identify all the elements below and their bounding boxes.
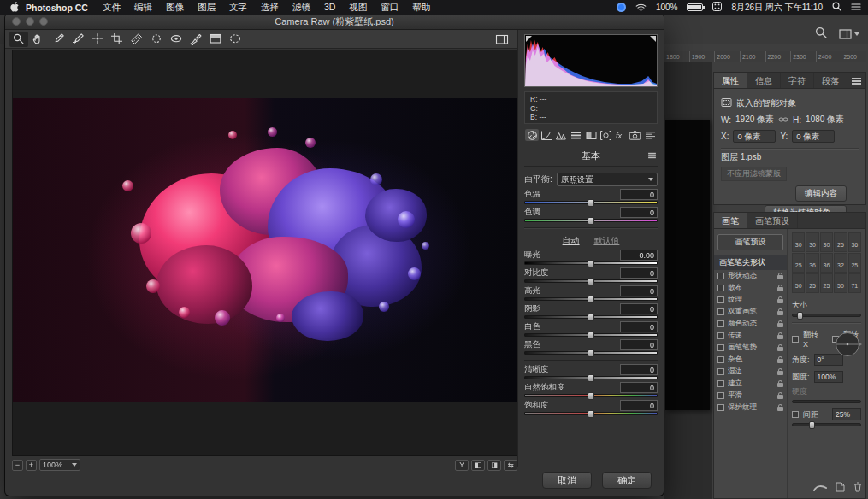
- ps-search-icon[interactable]: [815, 26, 827, 42]
- panel-tab[interactable]: 属性: [714, 73, 747, 88]
- brush-option-checkbox[interactable]: [717, 404, 724, 411]
- default-link[interactable]: 默认值: [593, 236, 619, 245]
- wifi-icon[interactable]: [635, 3, 647, 13]
- radial-filter-tool-icon[interactable]: [226, 32, 245, 47]
- spotlight-search-icon[interactable]: [832, 2, 841, 13]
- ps-workspace-icon[interactable]: [839, 29, 859, 39]
- menu-item[interactable]: 图像: [159, 2, 191, 14]
- close-button[interactable]: [12, 17, 21, 26]
- zoom-tool-icon[interactable]: [9, 32, 28, 47]
- panel-tab[interactable]: 段落: [814, 73, 847, 88]
- menu-item[interactable]: 文件: [96, 2, 127, 14]
- panel-tab[interactable]: 字符: [781, 73, 814, 88]
- white-balance-tool-icon[interactable]: [49, 32, 68, 47]
- spacing-thumb[interactable]: [809, 421, 815, 429]
- brush-option-checkbox[interactable]: [717, 356, 724, 363]
- hardness-slider[interactable]: [792, 400, 861, 403]
- tab-detail-icon[interactable]: [555, 129, 569, 141]
- slider-value-field[interactable]: 0: [620, 285, 658, 296]
- menu-item[interactable]: 滤镜: [286, 2, 317, 14]
- slider-track[interactable]: [524, 351, 658, 355]
- lock-icon[interactable]: [777, 359, 783, 363]
- y-field[interactable]: 0 像素: [792, 130, 835, 143]
- tab-split-toning-icon[interactable]: [584, 129, 598, 141]
- lock-icon[interactable]: [777, 383, 783, 387]
- split-view-vertical-button[interactable]: ◧: [471, 460, 485, 471]
- fullscreen-toggle-icon[interactable]: [493, 32, 511, 47]
- height-value[interactable]: 1080 像素: [806, 114, 844, 126]
- slider-thumb[interactable]: [588, 217, 594, 225]
- brush-option-checkbox[interactable]: [717, 296, 724, 303]
- menubar-datetime[interactable]: 8月26日 周六 下午11:10: [731, 2, 823, 14]
- brush-tip-cell[interactable]: 36: [806, 253, 818, 273]
- preview-image[interactable]: [13, 98, 517, 402]
- flip-x-checkbox[interactable]: [792, 336, 799, 343]
- brush-tip-cell[interactable]: 36: [820, 253, 833, 273]
- brush-option-row[interactable]: 杂色: [714, 354, 787, 366]
- split-view-horizontal-button[interactable]: ◨: [487, 460, 501, 471]
- tab-camera-calibration-icon[interactable]: [629, 129, 642, 141]
- brush-tip-cell[interactable]: 50: [834, 273, 847, 293]
- brush-tip-cell[interactable]: 50: [792, 273, 805, 293]
- slider-thumb[interactable]: [588, 374, 594, 382]
- shadow-clipping-indicator[interactable]: [526, 36, 532, 42]
- new-brush-icon[interactable]: [836, 480, 845, 496]
- slider-track[interactable]: [524, 333, 658, 337]
- roundness-field[interactable]: 100%: [814, 371, 843, 383]
- edit-contents-button[interactable]: 编辑内容: [795, 185, 847, 202]
- brush-option-row[interactable]: 湿边: [714, 366, 787, 378]
- camera-raw-preview[interactable]: [12, 50, 517, 456]
- menu-item[interactable]: 文字: [222, 2, 254, 14]
- ok-button[interactable]: 确定: [602, 472, 652, 489]
- auto-link[interactable]: 自动: [563, 236, 580, 245]
- brush-option-checkbox[interactable]: [717, 332, 724, 339]
- zoom-in-button[interactable]: +: [26, 460, 37, 471]
- cancel-button[interactable]: 取消: [542, 472, 592, 489]
- brush-tip-cell[interactable]: 30: [806, 232, 818, 252]
- input-source-icon[interactable]: [712, 2, 722, 13]
- slider-track[interactable]: [524, 219, 658, 222]
- hand-tool-icon[interactable]: [29, 32, 48, 47]
- brush-option-checkbox[interactable]: [717, 308, 724, 315]
- lock-icon[interactable]: [777, 311, 783, 315]
- lock-icon[interactable]: [777, 323, 783, 327]
- menu-item[interactable]: 帮助: [405, 2, 437, 14]
- highlight-clipping-indicator[interactable]: [650, 36, 656, 42]
- slider-track[interactable]: [524, 261, 658, 265]
- slider-track[interactable]: [524, 315, 658, 319]
- menu-item[interactable]: 编辑: [127, 2, 159, 14]
- brush-option-row[interactable]: 颜色动态: [714, 318, 787, 330]
- zoom-level-select[interactable]: 100%: [39, 459, 80, 471]
- brush-option-row[interactable]: 画笔笔势: [714, 342, 787, 354]
- lock-icon[interactable]: [777, 299, 783, 303]
- crop-tool-icon[interactable]: [108, 32, 127, 47]
- tab-presets-icon[interactable]: [643, 129, 657, 141]
- menu-item[interactable]: 选择: [254, 2, 286, 14]
- slider-thumb[interactable]: [588, 410, 594, 418]
- slider-track[interactable]: [524, 297, 658, 301]
- status-menu-icon[interactable]: [617, 3, 626, 12]
- brush-tip-cell[interactable]: 32: [834, 253, 847, 273]
- targeted-adjustment-tool-icon[interactable]: [88, 32, 107, 47]
- slider-thumb[interactable]: [588, 392, 594, 400]
- slider-thumb[interactable]: [588, 260, 594, 267]
- slider-thumb[interactable]: [588, 332, 594, 339]
- dialog-titlebar[interactable]: Camera Raw (粉紫壁纸.psd): [5, 14, 664, 30]
- x-field[interactable]: 0 像素: [733, 130, 776, 143]
- adjustment-brush-tool-icon[interactable]: [186, 32, 205, 47]
- menu-item[interactable]: 视图: [342, 2, 374, 14]
- brush-tip-cell[interactable]: 30: [820, 232, 833, 252]
- slider-track[interactable]: [524, 201, 658, 204]
- spacing-slider[interactable]: [792, 423, 861, 426]
- slider-value-field[interactable]: 0: [620, 303, 658, 314]
- lock-icon[interactable]: [777, 371, 783, 375]
- brush-size-thumb[interactable]: [797, 312, 803, 320]
- lock-icon[interactable]: [777, 347, 783, 351]
- brush-tip-cell[interactable]: 25: [834, 232, 847, 252]
- brush-tip-cell[interactable]: 30: [792, 232, 805, 252]
- brush-option-checkbox[interactable]: [717, 392, 724, 399]
- brush-option-row[interactable]: 保护纹理: [714, 402, 787, 414]
- panel-flyout-menu-icon[interactable]: [648, 153, 656, 158]
- active-app-name[interactable]: Photoshop CC: [22, 3, 96, 13]
- menu-item[interactable]: 图层: [191, 2, 222, 14]
